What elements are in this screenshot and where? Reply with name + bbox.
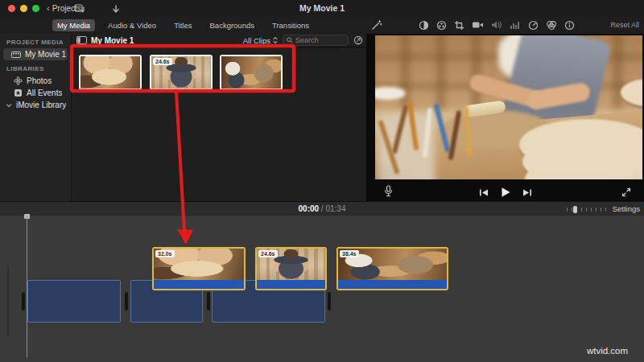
adjustments-bar: Reset All bbox=[366, 16, 644, 34]
search-icon bbox=[287, 37, 293, 43]
sidebar-item-label: iMovie Library bbox=[16, 101, 66, 109]
timeline-clip-1[interactable]: 32.0s bbox=[152, 247, 246, 290]
audio-strip bbox=[154, 280, 244, 289]
film-clip-icon bbox=[11, 51, 21, 59]
skip-forward-icon[interactable] bbox=[522, 188, 532, 197]
tab-backgrounds[interactable]: Backgrounds bbox=[205, 19, 259, 31]
sidebar: PROJECT MEDIA My Movie 1 LIBRARIES Photo… bbox=[0, 34, 71, 201]
watermark: wtvid.com bbox=[587, 346, 628, 356]
browser-clip-2[interactable]: 24.6s bbox=[150, 55, 213, 90]
crop-icon[interactable] bbox=[454, 20, 464, 31]
timeline-left-edge bbox=[7, 267, 9, 336]
fullscreen-icon[interactable] bbox=[621, 187, 631, 197]
browser-header: My Movie 1 All Clips bbox=[72, 34, 367, 47]
filter-label: All Clips bbox=[243, 36, 270, 45]
photos-pinwheel-icon bbox=[14, 76, 23, 85]
window-title: My Movie 1 bbox=[0, 3, 644, 13]
sidebar-item-photos[interactable]: Photos bbox=[3, 75, 68, 87]
sidebar-item-label: Photos bbox=[27, 76, 52, 85]
imovie-window: ‹ Projects My Movie 1 My Media Audio & V… bbox=[0, 0, 644, 362]
color-balance-icon[interactable] bbox=[419, 20, 429, 31]
timeline-settings-button[interactable]: Settings bbox=[613, 204, 640, 213]
duration-badge: 24.6s bbox=[258, 250, 278, 257]
duration-badge: 38.4s bbox=[340, 250, 359, 257]
sidebar-item-imovie-library[interactable]: iMovie Library bbox=[3, 99, 68, 111]
tab-my-media[interactable]: My Media bbox=[52, 19, 95, 31]
sidebar-item-all-events[interactable]: All Events bbox=[3, 87, 68, 99]
events-star-icon bbox=[14, 88, 23, 97]
duration-badge: 24.6s bbox=[153, 58, 172, 65]
volume-icon[interactable] bbox=[491, 20, 502, 30]
media-tabs: My Media Audio & Video Titles Background… bbox=[0, 16, 366, 34]
sidebar-toggle-icon[interactable] bbox=[76, 36, 87, 44]
enhance-wand-icon[interactable] bbox=[371, 19, 382, 31]
playhead-line bbox=[27, 216, 27, 357]
noise-equalizer-icon[interactable] bbox=[510, 20, 521, 30]
speed-icon[interactable] bbox=[528, 20, 539, 31]
timeline-zoom-slider[interactable] bbox=[567, 208, 609, 212]
sidebar-item-label: All Events bbox=[27, 88, 62, 97]
filter-chevrons-icon bbox=[273, 36, 278, 44]
browser-settings-icon[interactable] bbox=[353, 35, 363, 45]
preview-controls bbox=[366, 180, 644, 201]
clip-info-icon[interactable] bbox=[564, 20, 575, 31]
browser-title: My Movie 1 bbox=[91, 36, 134, 45]
toolband: My Media Audio & Video Titles Background… bbox=[0, 16, 644, 35]
timecode-display: 00:00 / 01:34 bbox=[0, 204, 644, 213]
stabilization-camera-icon[interactable] bbox=[472, 20, 484, 30]
project-media-header: PROJECT MEDIA bbox=[0, 34, 71, 48]
trim-handle[interactable] bbox=[125, 292, 128, 311]
audio-strip bbox=[257, 280, 325, 289]
audio-strip bbox=[338, 280, 447, 289]
color-correction-icon[interactable] bbox=[436, 20, 447, 31]
total-time: 01:34 bbox=[325, 204, 345, 213]
trim-handle[interactable] bbox=[328, 292, 331, 311]
tab-audio-video[interactable]: Audio & Video bbox=[103, 19, 161, 31]
reset-all-button[interactable]: Reset All bbox=[610, 21, 639, 29]
viewer-pane bbox=[366, 34, 644, 201]
duration-badge: 32.0s bbox=[155, 250, 175, 257]
search-input[interactable] bbox=[295, 36, 342, 44]
timeline-clip-2[interactable]: 24.6s bbox=[255, 247, 327, 290]
timeline-clip-3[interactable]: 38.4s bbox=[336, 247, 448, 290]
timeline-toolbar: 00:00 / 01:34 Settings bbox=[0, 201, 644, 217]
current-time: 00:00 bbox=[299, 204, 320, 213]
effects-filter-icon[interactable] bbox=[546, 20, 557, 31]
titlebar: ‹ Projects My Movie 1 bbox=[0, 0, 644, 17]
sidebar-item-label: My Movie 1 bbox=[25, 50, 66, 59]
clip-thumbnail bbox=[80, 56, 140, 88]
timeline-placeholder-clip-1[interactable] bbox=[27, 280, 121, 323]
browser-clip-3[interactable] bbox=[220, 55, 283, 90]
libraries-header: LIBRARIES bbox=[0, 60, 71, 75]
disclosure-chevron-down-icon[interactable] bbox=[6, 102, 12, 109]
zoom-slider-thumb[interactable] bbox=[573, 206, 577, 213]
skip-back-icon[interactable] bbox=[479, 188, 489, 197]
play-button-icon[interactable] bbox=[500, 187, 511, 198]
trim-handle[interactable] bbox=[22, 292, 25, 311]
browser-clip-1[interactable] bbox=[79, 55, 142, 90]
clip-thumbnail bbox=[221, 56, 281, 88]
sidebar-item-my-movie[interactable]: My Movie 1 bbox=[3, 48, 68, 60]
tab-transitions[interactable]: Transitions bbox=[267, 19, 314, 31]
trim-handle[interactable] bbox=[207, 292, 210, 311]
preview-video-frame bbox=[375, 35, 642, 179]
all-clips-filter[interactable]: All Clips bbox=[243, 36, 278, 45]
media-browser: My Movie 1 All Clips bbox=[71, 34, 367, 201]
search-field[interactable] bbox=[283, 35, 349, 46]
timeline[interactable]: 32.0s 24.6s 38.4s wtvid.com bbox=[0, 216, 644, 362]
tab-titles[interactable]: Titles bbox=[169, 19, 196, 31]
